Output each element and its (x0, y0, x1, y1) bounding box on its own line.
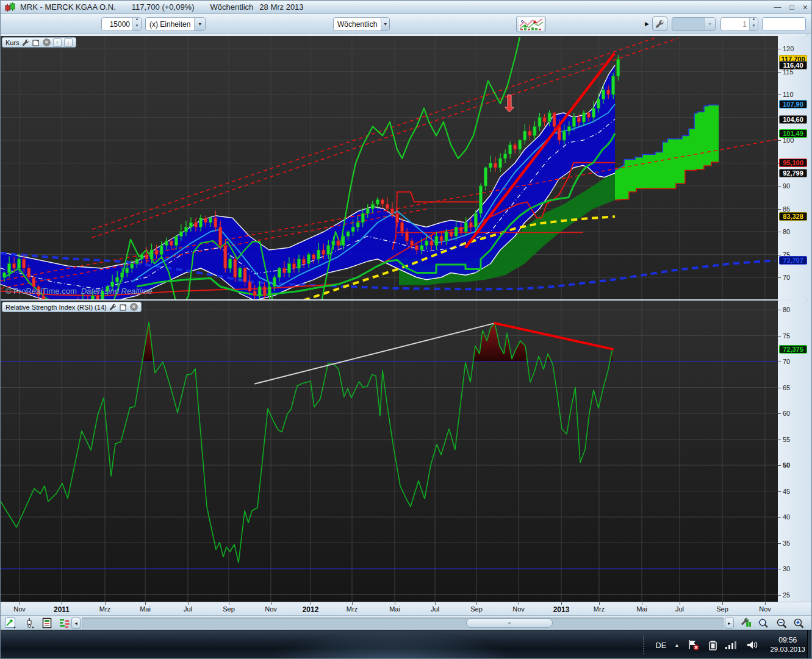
price-panel[interactable] (1, 36, 778, 299)
price-close-icon[interactable]: × (43, 38, 51, 46)
candle-up (126, 268, 129, 273)
rsi-axis[interactable]: 80757065605550454035302572,375 (778, 301, 812, 602)
time-tick-label: Mrz (99, 605, 110, 613)
chart-settings-icon[interactable] (740, 617, 752, 629)
candle-down (415, 246, 419, 251)
draw-tools-icon[interactable] (4, 617, 16, 629)
chart-type-icon (519, 18, 544, 30)
taskbar-clock[interactable]: 09:56 29.03.2013 (770, 636, 805, 654)
price-badge: 116,40 (779, 61, 807, 69)
units-count-spinner[interactable]: ▲▼ (132, 18, 141, 30)
time-tick (722, 602, 723, 605)
right-spinner-arrows[interactable]: ▲▼ (749, 18, 758, 30)
price-axis[interactable]: 120115110105100959085807570117,700116,40… (778, 36, 812, 299)
right-spinner-value[interactable]: 1 (721, 20, 749, 29)
windows-taskbar[interactable]: DE ▲ 09:56 29.03.2013 (1, 630, 812, 659)
action-center-flag-icon[interactable] (687, 639, 700, 651)
show-desktop-button[interactable] (807, 630, 812, 659)
rsi-close-icon[interactable]: × (130, 303, 138, 311)
taskbar-sheen (263, 630, 519, 659)
units-mode-select[interactable]: (x) Einheiten ▼ (145, 17, 206, 31)
units-count-field[interactable]: 15000 ▲▼ (101, 17, 142, 31)
right-spinner-field[interactable]: 1 ▲▼ (720, 17, 758, 31)
candle-down (248, 282, 251, 291)
rsi-chart-canvas[interactable] (1, 301, 778, 602)
timeframe-select[interactable]: Wöchentlich ▼ (333, 17, 390, 31)
scroll-right-button[interactable]: ► (725, 618, 734, 629)
chart-type-button[interactable] (516, 16, 546, 32)
timeframe-dropdown-icon[interactable]: ▼ (381, 18, 389, 30)
minimize-button[interactable]: — (774, 1, 781, 14)
candle-up (562, 131, 566, 140)
news-icon[interactable] (41, 617, 53, 629)
rsi-detach-icon[interactable] (120, 303, 128, 311)
candle-down (430, 241, 433, 246)
rsi-settings-wrench-icon[interactable] (109, 303, 117, 311)
rsi-plot-background (1, 301, 778, 602)
candle-down (440, 237, 443, 241)
price-settings-wrench-icon[interactable] (22, 38, 30, 46)
time-tick-label: Sep (716, 605, 728, 613)
volume-icon[interactable] (746, 639, 758, 651)
zoom-in-icon[interactable] (792, 617, 805, 629)
time-tick (395, 602, 395, 605)
time-axis[interactable]: Nov2011MrzMaiJulSepNov2012MrzMaiJulSepNo… (1, 602, 812, 615)
indicator-select-empty[interactable]: ▼ (672, 17, 716, 31)
right-panel-expand-icon[interactable]: ▶ (645, 21, 649, 27)
candle-down (459, 227, 462, 232)
units-count-value[interactable]: 15000 (102, 20, 132, 29)
candle-down (450, 232, 453, 237)
candle-up (189, 223, 192, 227)
rsi-tick-label: 25 (778, 591, 790, 599)
rsi-panel[interactable] (1, 301, 778, 602)
time-tick (680, 602, 680, 605)
candle-up (258, 287, 261, 296)
candle-up (538, 118, 541, 127)
price-badge: 83,328 (779, 212, 807, 221)
tray-expand-icon[interactable]: ▲ (675, 643, 680, 648)
time-tick-label: Mai (389, 605, 400, 613)
order-book-icon[interactable] (59, 617, 71, 629)
time-tick (20, 602, 20, 605)
indicator-dropdown-icon[interactable]: ▼ (704, 18, 715, 30)
units-mode-dropdown-icon[interactable]: ▼ (194, 18, 205, 30)
time-tick-label: Jul (184, 605, 192, 613)
candle-up (376, 200, 379, 205)
price-chart-canvas[interactable] (1, 36, 778, 299)
candle-down (312, 255, 315, 260)
candle-down (406, 232, 409, 241)
scroll-left-button[interactable]: ◄ (71, 618, 81, 629)
candle-down (224, 246, 227, 269)
app-candles-icon (4, 2, 16, 12)
price-marker-tool-icon[interactable] (24, 617, 36, 629)
candle-down (337, 241, 340, 246)
time-tick-label: 2011 (54, 605, 70, 614)
rsi-tick-label: 70 (778, 358, 790, 365)
maximize-button[interactable]: □ (790, 1, 794, 14)
candle-down (528, 131, 531, 136)
candle-down (145, 255, 148, 260)
battery-icon[interactable] (708, 639, 717, 651)
price-move-up-icon[interactable]: ↑ (53, 38, 62, 47)
time-tick (642, 602, 642, 605)
time-tick-label: Nov (13, 605, 26, 613)
time-scrollbar-thumb[interactable]: ≡ (466, 618, 553, 628)
language-indicator[interactable]: DE (655, 641, 666, 650)
candle-up (523, 131, 526, 140)
candle-up (342, 237, 345, 246)
network-signal-icon[interactable] (725, 639, 738, 651)
price-badge: 101,49 (779, 129, 807, 138)
close-button[interactable]: × (803, 1, 808, 14)
zoom-fit-icon[interactable] (757, 617, 769, 629)
price-detach-icon[interactable] (32, 38, 40, 46)
tray-grip (643, 636, 645, 654)
time-scrollbar[interactable]: ≡ (82, 618, 724, 629)
candle-up (464, 223, 467, 232)
zoom-out-icon[interactable] (775, 617, 788, 629)
price-move-down-icon[interactable]: ↓ (64, 38, 73, 47)
search-field-empty[interactable] (762, 17, 806, 31)
candle-up (371, 204, 374, 209)
indicator-settings-button[interactable] (652, 16, 667, 31)
candle-up (174, 237, 178, 246)
timeframe-value: Wöchentlich (334, 20, 381, 29)
